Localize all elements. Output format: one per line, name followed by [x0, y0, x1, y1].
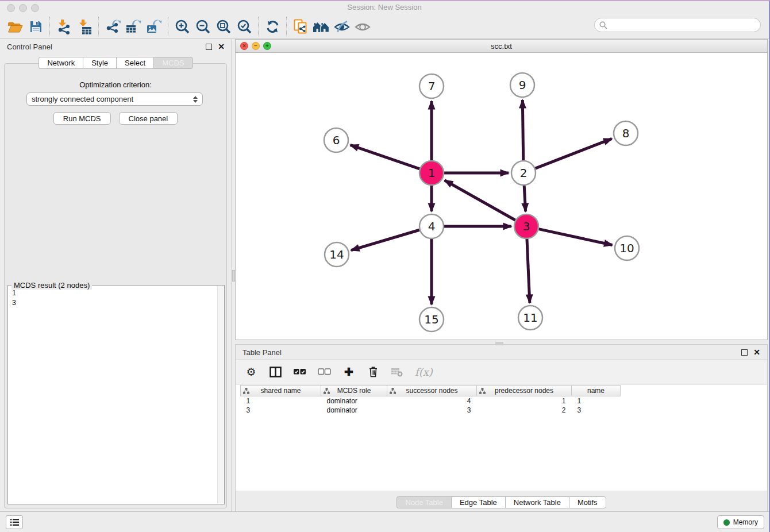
tab-network-table[interactable]: Network Table: [505, 496, 569, 508]
network-window-titlebar[interactable]: × − + scc.txt: [236, 40, 767, 53]
column-header-predecessor-nodes[interactable]: predecessor nodes: [477, 385, 572, 396]
mcds-result-list[interactable]: 1 3: [12, 288, 215, 502]
table-cell[interactable]: 4: [387, 396, 477, 406]
list-icon: [10, 518, 20, 526]
table-header-row[interactable]: shared nameMCDS rolesuccessor nodesprede…: [241, 385, 621, 396]
plus-icon: ✚: [344, 365, 353, 379]
hide-selected-button[interactable]: [332, 16, 352, 37]
table-cell[interactable]: 1: [572, 396, 621, 406]
export-network-icon: [105, 19, 121, 34]
save-session-button[interactable]: [25, 16, 46, 37]
edge-3-10[interactable]: [538, 229, 612, 245]
close-table-panel-icon[interactable]: ✕: [753, 348, 760, 357]
result-scrollbar[interactable]: [217, 286, 224, 503]
optimization-criterion-label: Optimization criterion:: [5, 80, 226, 89]
table-cell[interactable]: 3: [387, 406, 477, 415]
zoom-fit-button[interactable]: [213, 16, 234, 37]
mcds-result-group: MCDS result (2 nodes) 1 3: [7, 285, 225, 504]
column-browser-button[interactable]: [269, 367, 282, 377]
table-settings-button[interactable]: ⚙: [245, 365, 257, 379]
zoom-in-button[interactable]: [172, 16, 192, 37]
float-table-panel-icon[interactable]: [741, 349, 748, 356]
table-cell[interactable]: 1: [477, 396, 572, 406]
toolbar-separator: [98, 17, 99, 36]
memory-button[interactable]: Memory: [717, 515, 764, 529]
new-network-from-selection-button[interactable]: [290, 16, 311, 37]
import-network-button[interactable]: [53, 16, 74, 37]
table-cell[interactable]: 3: [241, 406, 321, 415]
app-title: Session: New Session: [0, 3, 769, 11]
column-header-successor-nodes[interactable]: successor nodes: [387, 385, 477, 396]
node-label-4: 4: [428, 219, 436, 233]
node-label-11: 11: [523, 311, 537, 325]
table-cell[interactable]: 2: [477, 406, 572, 415]
trash-icon: [368, 366, 378, 377]
open-session-button[interactable]: [5, 16, 25, 37]
export-table-button[interactable]: [123, 16, 144, 37]
create-column-button[interactable]: ✚: [342, 365, 355, 379]
show-panels-button[interactable]: [6, 515, 23, 529]
criterion-dropdown[interactable]: strongly connected component: [26, 92, 203, 106]
tab-motifs[interactable]: Motifs: [569, 496, 606, 508]
edge-2-9[interactable]: [522, 100, 523, 160]
edge-4-14[interactable]: [351, 230, 419, 250]
column-header-name[interactable]: name: [572, 385, 621, 396]
edge-1-6[interactable]: [351, 145, 420, 168]
export-image-button[interactable]: [144, 16, 164, 37]
node-label-8: 8: [622, 126, 630, 140]
search-box[interactable]: [594, 18, 761, 32]
edge-2-8[interactable]: [536, 138, 612, 168]
close-panel-icon[interactable]: ✕: [218, 42, 225, 51]
node-table[interactable]: shared nameMCDS rolesuccessor nodesprede…: [240, 385, 621, 415]
select-all-columns-button[interactable]: [293, 368, 306, 376]
tab-select[interactable]: Select: [116, 57, 153, 69]
apply-layout-button[interactable]: [262, 16, 283, 37]
table-cell[interactable]: 1: [241, 396, 321, 406]
memory-label: Memory: [733, 518, 758, 526]
delete-table-button[interactable]: [391, 367, 403, 377]
network-canvas[interactable]: 7968124314101511: [236, 53, 767, 340]
import-network-icon: [56, 19, 72, 34]
table-cell[interactable]: dominator: [321, 406, 387, 415]
table-panel-header: Table Panel ✕: [236, 345, 767, 361]
table-cell[interactable]: dominator: [321, 396, 387, 406]
table-row[interactable]: 1dominator411: [241, 396, 621, 406]
network-graph[interactable]: 7968124314101511: [236, 53, 767, 340]
control-panel-header: Control Panel ✕: [0, 39, 232, 55]
control-panel-title: Control Panel: [7, 43, 52, 51]
tab-edge-table[interactable]: Edge Table: [451, 496, 505, 508]
table-cell[interactable]: 3: [572, 406, 621, 415]
checked-boxes-icon: [293, 368, 306, 376]
zoom-selected-button[interactable]: [234, 16, 255, 37]
deselect-all-columns-button[interactable]: [318, 368, 331, 376]
run-mcds-button[interactable]: Run MCDS: [53, 112, 111, 125]
horizontal-splitter-grip[interactable]: [495, 342, 503, 345]
table-row[interactable]: 3dominator323: [241, 406, 621, 415]
column-type-icon: [479, 388, 486, 394]
edge-3-11[interactable]: [527, 239, 530, 303]
zoom-out-button[interactable]: [192, 16, 213, 37]
edge-2-3[interactable]: [524, 186, 525, 211]
tab-mcds[interactable]: MCDS: [153, 57, 192, 69]
first-neighbors-button[interactable]: [311, 16, 332, 37]
edge-3-1[interactable]: [445, 180, 515, 220]
control-panel-tabs: Network Style Select MCDS: [0, 57, 232, 69]
houses-icon: [313, 20, 330, 33]
zoom-in-icon: [175, 19, 190, 34]
tab-node-table[interactable]: Node Table: [396, 496, 451, 508]
delete-column-button[interactable]: [367, 366, 379, 377]
function-builder-button[interactable]: f(x): [415, 366, 433, 378]
export-network-button[interactable]: [102, 16, 123, 37]
float-panel-icon[interactable]: [206, 44, 212, 50]
eye-slash-icon: [334, 20, 351, 34]
search-input[interactable]: [610, 21, 756, 29]
unchecked-boxes-icon: [318, 368, 331, 376]
column-header-shared-name[interactable]: shared name: [241, 385, 321, 396]
tab-network[interactable]: Network: [38, 57, 83, 69]
close-panel-button[interactable]: Close panel: [119, 112, 178, 125]
import-table-button[interactable]: [74, 16, 95, 37]
column-header-MCDS-role[interactable]: MCDS role: [321, 385, 387, 396]
show-all-button[interactable]: [352, 16, 373, 37]
tab-style[interactable]: Style: [83, 57, 116, 69]
main-toolbar: [0, 14, 769, 39]
